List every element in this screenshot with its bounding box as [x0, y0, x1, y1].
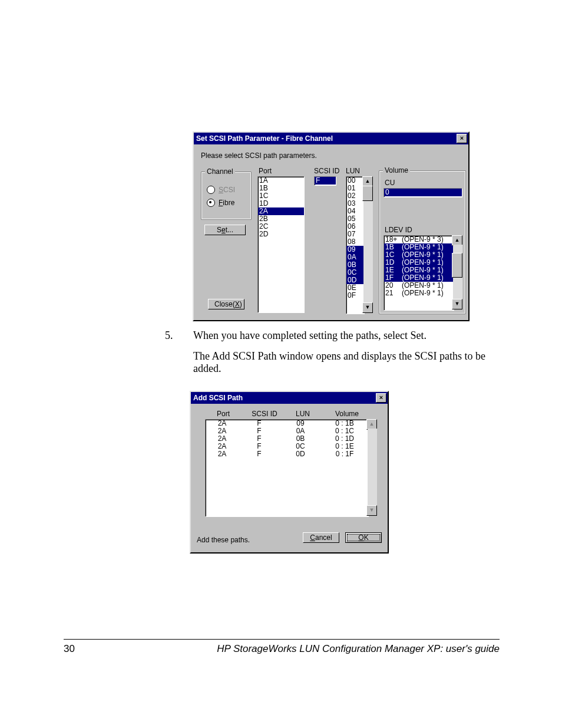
dialog-title: Set SCSI Path Parameter - Fibre Channel	[196, 134, 333, 143]
scrollbar-track	[368, 429, 377, 506]
dialog-set-scsi-path-parameter: Set SCSI Path Parameter - Fibre Channel …	[193, 131, 470, 321]
lun-listbox-wrap: 000102030405060708090A0B0C0D0E0F ▲ ▼	[346, 176, 373, 313]
list-item[interactable]: F	[315, 177, 336, 185]
cu-listbox[interactable]: 0	[384, 188, 462, 197]
channel-legend: Channel	[205, 167, 235, 176]
scrollbar-track[interactable]	[363, 186, 373, 304]
step-text: When you have completed setting the path…	[193, 330, 427, 341]
ldev-label: LDEV ID	[385, 226, 412, 234]
lun-label: LUN	[346, 167, 360, 175]
list-item[interactable]: 0	[384, 189, 462, 196]
radio-scsi: SCSI	[207, 186, 235, 194]
page-footer: 30 HP StorageWorks LUN Configuration Man…	[64, 639, 500, 655]
dialog-add-scsi-path: Add SCSI Path × Port SCSI ID LUN Volume …	[190, 391, 389, 554]
ok-button[interactable]: OK	[345, 532, 382, 543]
set-button[interactable]: Set...	[204, 225, 246, 235]
col-volume: Volume	[326, 410, 368, 418]
scroll-down-icon[interactable]: ▼	[452, 299, 462, 309]
cu-label: CU	[385, 179, 395, 187]
titlebar: Set SCSI Path Parameter - Fibre Channel …	[194, 133, 468, 144]
scroll-down-icon: ▼	[366, 505, 377, 516]
radio-fibre[interactable]: Fibre	[207, 199, 234, 207]
paragraph: The Add SCSI Path window opens and displ…	[179, 350, 497, 375]
list-item[interactable]: 2D	[258, 230, 304, 238]
close-icon[interactable]: ×	[376, 393, 386, 403]
radio-scsi-label: SCSI	[219, 186, 235, 194]
page: Set SCSI Path Parameter - Fibre Channel …	[0, 0, 562, 728]
close-icon[interactable]: ×	[457, 134, 467, 143]
volume-legend: Volume	[383, 166, 410, 174]
add-these-paths-label: Add these paths.	[197, 536, 250, 544]
paths-listbox[interactable]: 2AF090 : 1B2AF0A0 : 1C2AF0B0 : 1D2AF0C0 …	[205, 419, 369, 517]
titlebar: Add SCSI Path ×	[191, 392, 388, 404]
paths-listbox-wrap: 2AF090 : 1B2AF0A0 : 1C2AF0B0 : 1D2AF0C0 …	[205, 419, 377, 516]
scsiid-listbox[interactable]: F	[314, 176, 336, 186]
step-number: 5.	[179, 330, 193, 342]
radio-icon	[207, 199, 215, 207]
footer-title: HP StorageWorks LUN Configuration Manage…	[217, 643, 500, 655]
list-item[interactable]: 0F	[346, 292, 364, 299]
radio-icon	[207, 186, 215, 194]
cancel-button[interactable]: Cancel	[303, 532, 339, 543]
col-port: Port	[209, 410, 238, 418]
port-listbox[interactable]: 1A1B1C1D2A2B2C2D	[257, 176, 305, 313]
port-label: Port	[259, 167, 272, 175]
page-number: 30	[64, 643, 75, 654]
instruction-text: Please select SCSI path parameters.	[201, 151, 317, 160]
step-5: 5.When you have completed setting the pa…	[179, 330, 497, 342]
list-item[interactable]: 21(OPEN-9 * 1)	[384, 289, 454, 297]
scsiid-label: SCSI ID	[314, 167, 339, 175]
col-lun: LUN	[285, 410, 320, 418]
channel-groupbox: Channel	[201, 172, 252, 220]
close-button[interactable]: Close(X)	[208, 299, 244, 309]
scrollbar-thumb[interactable]	[452, 253, 462, 278]
scroll-down-icon[interactable]: ▼	[362, 302, 373, 313]
col-scsiid: SCSI ID	[244, 410, 285, 418]
dialog-title: Add SCSI Path	[193, 394, 243, 402]
scrollbar-thumb[interactable]	[362, 186, 373, 201]
ldev-listbox-wrap: 18+(OPEN-9 * 3)1B(OPEN-9 * 1)1C(OPEN-9 *…	[384, 235, 462, 309]
table-row[interactable]: 2AF0D0 : 1F	[206, 450, 368, 458]
radio-fibre-label: Fibre	[219, 199, 234, 207]
ldev-listbox[interactable]: 18+(OPEN-9 * 3)1B(OPEN-9 * 1)1C(OPEN-9 *…	[384, 235, 454, 311]
